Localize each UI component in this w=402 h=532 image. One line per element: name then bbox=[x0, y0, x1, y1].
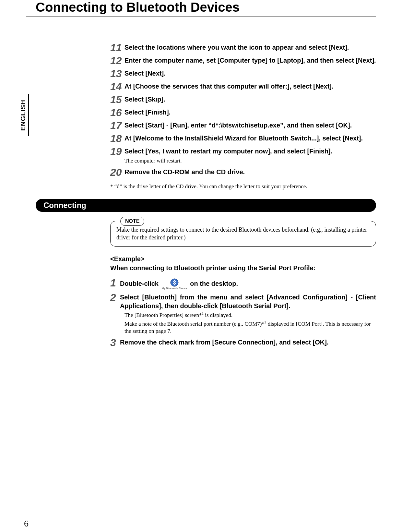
step-text: Remove the CD-ROM and the CD drive. bbox=[124, 166, 376, 176]
step-text: At [Welcome to the InstallShield Wizard … bbox=[124, 133, 376, 143]
example-label: <Example> bbox=[110, 254, 376, 263]
step-text: Select [Start] - [Run], enter “d*:\btswi… bbox=[124, 120, 376, 130]
step-text: Select [Skip]. bbox=[124, 94, 376, 104]
note-box: NOTE Make the required settings to conne… bbox=[110, 221, 376, 247]
step-number: 13 bbox=[110, 68, 124, 79]
note-body: Make the required settings to connect to… bbox=[116, 226, 370, 242]
step-text: Double-click My Bluetooth Places on the … bbox=[120, 277, 376, 290]
step-number: 1 bbox=[110, 277, 120, 288]
page-number: 6 bbox=[24, 518, 29, 529]
step-number: 16 bbox=[110, 107, 124, 118]
step-number: 19 bbox=[110, 146, 124, 157]
step-number: 18 bbox=[110, 133, 124, 144]
step-number: 11 bbox=[110, 42, 124, 53]
footnote: * “d” is the drive letter of the CD driv… bbox=[110, 183, 376, 190]
section-heading: Connecting bbox=[36, 199, 376, 212]
step-number: 2 bbox=[110, 292, 120, 303]
step-text: Select [Yes, I want to restart my comput… bbox=[124, 146, 376, 156]
step-number: 12 bbox=[110, 55, 124, 66]
step-text: Select [Next]. bbox=[124, 68, 376, 78]
step-subtext: The [Bluetooth Properties] screen*1 is d… bbox=[124, 311, 376, 319]
example-title: When connecting to Bluetooth printer usi… bbox=[110, 263, 376, 272]
page-title: Connecting to Bluetooth Devices bbox=[26, 0, 376, 15]
step-text: Select the locations where you want the … bbox=[124, 42, 376, 52]
step-number: 20 bbox=[110, 166, 124, 177]
step-subtext: Make a note of the Bluetooth serial port… bbox=[124, 320, 376, 335]
step-text: Remove the check mark from [Secure Conne… bbox=[120, 337, 376, 347]
step-number: 14 bbox=[110, 81, 124, 92]
step-text: Select [Finish]. bbox=[124, 107, 376, 117]
language-tab: ENGLISH bbox=[19, 94, 29, 136]
note-label: NOTE bbox=[120, 217, 144, 226]
step-number: 3 bbox=[110, 337, 120, 348]
step-text: Enter the computer name, set [Computer t… bbox=[124, 55, 376, 65]
step-number: 15 bbox=[110, 94, 124, 105]
step-number: 17 bbox=[110, 120, 124, 131]
step-text: At [Choose the services that this comput… bbox=[124, 81, 376, 91]
bluetooth-places-icon: My Bluetooth Places bbox=[161, 278, 187, 290]
step-subtext: The computer will restart. bbox=[124, 157, 376, 164]
step-text: Select [Bluetooth] from the menu and sel… bbox=[120, 292, 376, 310]
